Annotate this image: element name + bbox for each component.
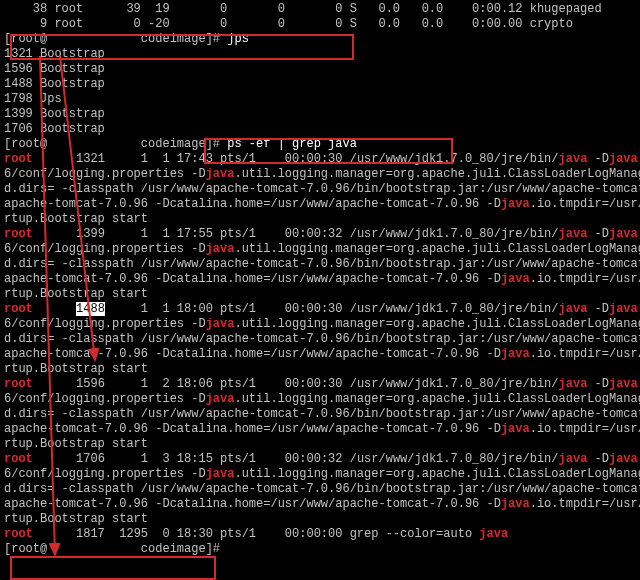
kw-root: root xyxy=(4,527,33,541)
pid-highlight: 1488 xyxy=(76,302,105,316)
ps-row-cont: d.dirs= -classpath /usr/www/apache-tomca… xyxy=(4,257,636,272)
kw-java: java xyxy=(501,197,530,211)
kw-java: java xyxy=(559,302,588,316)
annotation-box-prompt xyxy=(10,556,216,580)
ps-row-cont: rtup.Bootstrap start xyxy=(4,437,636,452)
kw-java: java xyxy=(206,467,235,481)
ps-grep-line: root 1817 1295 0 18:30 pts/1 00:00:00 gr… xyxy=(4,527,636,542)
kw-java: java xyxy=(501,497,530,511)
ps-row: root 1488 1 1 18:00 pts/1 00:00:30 /usr/… xyxy=(4,302,636,317)
ps-row-cont: apache-tomcat-7.0.96 -Dcatalina.home=/us… xyxy=(4,422,636,437)
kw-root: root xyxy=(4,377,33,391)
kw-java: java xyxy=(501,272,530,286)
top-row: 38 root 39 19 0 0 0 S 0.0 0.0 0:00.12 kh… xyxy=(4,2,636,17)
ps-row-cont: 6/conf/logging.properties -Djava.util.lo… xyxy=(4,167,636,182)
kw-root: root xyxy=(4,227,33,241)
kw-java: java xyxy=(559,152,588,166)
ps-row-cont: d.dirs= -classpath /usr/www/apache-tomca… xyxy=(4,482,636,497)
kw-java: java xyxy=(206,317,235,331)
ps-row-cont: 6/conf/logging.properties -Djava.util.lo… xyxy=(4,467,636,482)
kw-java: java xyxy=(501,422,530,436)
ps-row: root 1321 1 1 17:43 pts/1 00:00:30 /usr/… xyxy=(4,152,636,167)
ps-row-cont: rtup.Bootstrap start xyxy=(4,512,636,527)
ps-row: root 1706 1 3 18:15 pts/1 00:00:32 /usr/… xyxy=(4,452,636,467)
cmd-psgrep: ps -ef | grep java xyxy=(227,137,357,151)
kw-root: root xyxy=(4,452,33,466)
kw-java: java xyxy=(479,527,508,541)
kw-java: java xyxy=(609,452,638,466)
ps-row-cont: 6/conf/logging.properties -Djava.util.lo… xyxy=(4,242,636,257)
ps-row-cont: rtup.Bootstrap start xyxy=(4,212,636,227)
kw-java: java xyxy=(559,452,588,466)
kw-java: java xyxy=(206,167,235,181)
prompt-idle: [root@ codeimage]# xyxy=(4,542,636,557)
ps-row-cont: d.dirs= -classpath /usr/www/apache-tomca… xyxy=(4,182,636,197)
kw-java: java xyxy=(609,302,638,316)
kw-java: java xyxy=(609,227,638,241)
ps-row-cont: 6/conf/logging.properties -Djava.util.lo… xyxy=(4,317,636,332)
kw-java: java xyxy=(559,377,588,391)
jps-line: 1706 Bootstrap xyxy=(4,122,636,137)
ps-row-cont: apache-tomcat-7.0.96 -Dcatalina.home=/us… xyxy=(4,197,636,212)
kw-java: java xyxy=(501,347,530,361)
terminal-output: 38 root 39 19 0 0 0 S 0.0 0.0 0:00.12 kh… xyxy=(0,0,640,559)
kw-java: java xyxy=(559,227,588,241)
prompt-psgrep: [root@ codeimage]# ps -ef | grep java xyxy=(4,137,636,152)
jps-line: 1798 Jps xyxy=(4,92,636,107)
ps-row: root 1596 1 2 18:06 pts/1 00:00:30 /usr/… xyxy=(4,377,636,392)
kw-java: java xyxy=(609,152,638,166)
ps-row-cont: apache-tomcat-7.0.96 -Dcatalina.home=/us… xyxy=(4,347,636,362)
kw-java: java xyxy=(609,377,638,391)
ps-row: root 1399 1 1 17:55 pts/1 00:00:32 /usr/… xyxy=(4,227,636,242)
jps-line: 1596 Bootstrap xyxy=(4,62,636,77)
kw-java: java xyxy=(206,392,235,406)
ps-row-cont: apache-tomcat-7.0.96 -Dcatalina.home=/us… xyxy=(4,272,636,287)
jps-line: 1321 Bootstrap xyxy=(4,47,636,62)
jps-line: 1399 Bootstrap xyxy=(4,107,636,122)
kw-java: java xyxy=(206,242,235,256)
kw-root: root xyxy=(4,302,33,316)
jps-line: 1488 Bootstrap xyxy=(4,77,636,92)
ps-row-cont: d.dirs= -classpath /usr/www/apache-tomca… xyxy=(4,332,636,347)
ps-row-cont: apache-tomcat-7.0.96 -Dcatalina.home=/us… xyxy=(4,497,636,512)
prompt-jps: [root@ codeimage]# jps xyxy=(4,32,636,47)
ps-row-cont: rtup.Bootstrap start xyxy=(4,362,636,377)
cmd-jps: jps xyxy=(227,32,249,46)
ps-row-cont: rtup.Bootstrap start xyxy=(4,287,636,302)
ps-row-cont: 6/conf/logging.properties -Djava.util.lo… xyxy=(4,392,636,407)
ps-row-cont: d.dirs= -classpath /usr/www/apache-tomca… xyxy=(4,407,636,422)
top-row: 9 root 0 -20 0 0 0 S 0.0 0.0 0:00.00 cry… xyxy=(4,17,636,32)
kw-root: root xyxy=(4,152,33,166)
